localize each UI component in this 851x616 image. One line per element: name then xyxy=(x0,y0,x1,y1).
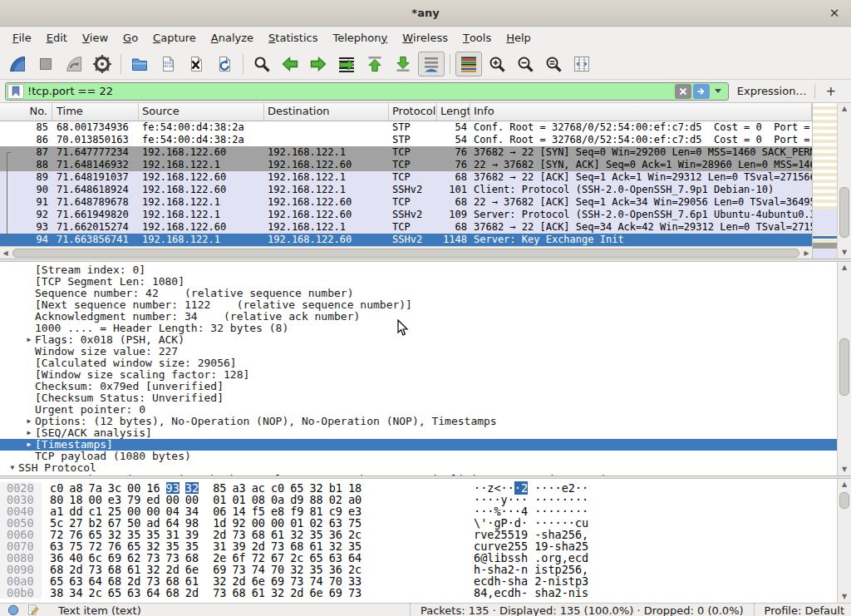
detail-line[interactable]: ▼SSH Protocol xyxy=(0,462,837,474)
hex-row-0030[interactable]: 0030801800e379ed00000101080ad98802a0····… xyxy=(0,494,837,505)
vscroll-trough[interactable] xyxy=(838,490,851,591)
detail-line[interactable]: Checksum: 0x79ed [unverified] xyxy=(0,381,837,392)
packet-row-90[interactable]: 9071.648618924192.168.122.60192.168.122.… xyxy=(0,184,812,196)
go-first-button[interactable] xyxy=(362,52,388,76)
scroll-left-arrow-icon[interactable]: ◀ xyxy=(0,249,11,257)
menu-telephony[interactable]: Telephony xyxy=(326,27,396,48)
details-vscrollbar[interactable]: ▲ ▼ xyxy=(837,262,851,476)
menu-wireless[interactable]: Wireless xyxy=(395,27,455,48)
start-capture-button[interactable] xyxy=(4,52,31,76)
bytes-vscrollbar[interactable]: ▲ ▼ xyxy=(837,479,851,603)
filter-bookmark-button[interactable] xyxy=(7,84,24,99)
packet-row-86[interactable]: 8670.013850163fe:54:00:d4:38:2aSTP54Conf… xyxy=(0,134,812,146)
menu-tools[interactable]: Tools xyxy=(455,27,499,48)
clear-filter-button[interactable] xyxy=(675,84,691,99)
hscroll-thumb[interactable] xyxy=(12,249,799,258)
detail-line[interactable]: Window size value: 227 xyxy=(0,346,837,357)
zoom-out-button[interactable] xyxy=(512,52,539,76)
hex-row-00a0[interactable]: 00a0656364682d736861322d6e6973747033ecdh… xyxy=(0,575,837,587)
packet-row-87[interactable]: 8771.647777234192.168.122.60192.168.122.… xyxy=(0,146,812,159)
packet-row-85[interactable]: 8568.001734936fe:54:00:d4:38:2aSTP54Conf… xyxy=(0,121,812,134)
hex-row-0070[interactable]: 0070637572766532353531392d7368613235curv… xyxy=(0,540,837,552)
close-file-button[interactable] xyxy=(183,52,209,76)
detail-line[interactable]: ▶Flags: 0x018 (PSH, ACK) xyxy=(0,334,837,346)
go-last-button[interactable] xyxy=(390,52,416,76)
hex-row-0080[interactable]: 008036406c69627373682e6f72672c6563646@li… xyxy=(0,552,837,564)
auto-scroll-button[interactable] xyxy=(418,52,445,76)
scroll-down-arrow-icon[interactable]: ▼ xyxy=(838,247,851,259)
hex-row-0020[interactable]: 0020c0a87a3c0016933285a3acc06532b118··z<… xyxy=(0,482,837,494)
menu-analyze[interactable]: Analyze xyxy=(204,27,261,48)
detail-line[interactable]: ▶[SEQ/ACK analysis] xyxy=(0,427,837,439)
detail-line[interactable]: TCP payload (1080 bytes) xyxy=(0,451,837,462)
detail-line[interactable]: Acknowledgment number: 34 (relative ack … xyxy=(0,311,837,323)
vscroll-trough[interactable] xyxy=(838,115,851,247)
close-window-button[interactable]: ✕ xyxy=(826,5,843,22)
scroll-up-arrow-icon[interactable]: ▲ xyxy=(838,479,851,490)
capture-comment-icon[interactable] xyxy=(27,604,40,616)
reload-file-button[interactable] xyxy=(211,52,238,76)
menu-go[interactable]: Go xyxy=(116,27,145,48)
detail-line[interactable]: [Calculated window size: 29056] xyxy=(0,357,837,369)
detail-line[interactable]: Urgent pointer: 0 xyxy=(0,404,837,416)
detail-line[interactable]: ▶SSH Version 2 (encryption:chacha20-poly… xyxy=(0,474,837,476)
find-packet-button[interactable] xyxy=(248,52,275,76)
scroll-down-arrow-icon[interactable]: ▼ xyxy=(838,591,851,603)
vscroll-thumb[interactable] xyxy=(839,187,849,237)
detail-line[interactable]: ▶[Timestamps] xyxy=(0,439,837,451)
expander-closed-icon[interactable]: ▶ xyxy=(23,474,35,476)
packet-row-89[interactable]: 8971.648191037192.168.122.60192.168.122.… xyxy=(0,171,812,184)
packet-row-92[interactable]: 9271.661949820192.168.122.1192.168.122.6… xyxy=(0,209,812,221)
vscroll-thumb[interactable] xyxy=(839,338,849,396)
go-to-packet-button[interactable] xyxy=(333,52,360,76)
hex-row-0090[interactable]: 0090682d736861322d6e697374703235362ch-sh… xyxy=(0,564,837,575)
column-header-length[interactable]: Length xyxy=(437,103,470,121)
menu-statistics[interactable]: Statistics xyxy=(261,27,325,48)
go-forward-button[interactable] xyxy=(305,52,332,76)
apply-filter-button[interactable] xyxy=(693,84,710,99)
scroll-up-arrow-icon[interactable]: ▲ xyxy=(838,262,851,274)
column-header-info[interactable]: Info xyxy=(470,103,812,121)
scroll-up-arrow-icon[interactable]: ▲ xyxy=(838,103,851,115)
expander-closed-icon[interactable]: ▶ xyxy=(23,416,35,427)
menu-capture[interactable]: Capture xyxy=(145,27,204,48)
vscroll-thumb[interactable] xyxy=(839,492,849,508)
packet-list-hscrollbar[interactable]: ◀ ▶ xyxy=(0,246,812,259)
menu-edit[interactable]: Edit xyxy=(39,27,75,48)
zoom-in-button[interactable] xyxy=(484,52,510,76)
hex-row-0050[interactable]: 00505c27b26750ad64981d92000001026375\'·g… xyxy=(0,517,837,529)
scroll-down-arrow-icon[interactable]: ▼ xyxy=(838,464,851,476)
stop-capture-button[interactable] xyxy=(32,52,59,76)
detail-line[interactable]: 1000 .... = Header Length: 32 bytes (8) xyxy=(0,323,837,334)
expression-button[interactable]: Expression… xyxy=(729,85,815,97)
packet-list-vscrollbar[interactable]: ▲ ▼ xyxy=(837,103,851,259)
expert-info-icon[interactable] xyxy=(7,604,20,616)
column-header-destination[interactable]: Destination xyxy=(264,103,389,121)
open-file-button[interactable] xyxy=(126,52,153,76)
resize-columns-button[interactable] xyxy=(568,52,595,76)
go-back-button[interactable] xyxy=(277,52,303,76)
detail-line[interactable]: [Checksum Status: Unverified] xyxy=(0,392,837,404)
intelligent-scrollbar[interactable] xyxy=(812,103,837,259)
filter-dropdown-caret[interactable] xyxy=(715,89,721,93)
hex-row-0040[interactable]: 0040a1ddc125000004340614f5e8f981c9e3···%… xyxy=(0,505,837,517)
column-header-no[interactable]: No. xyxy=(0,103,52,121)
packet-row-94[interactable]: 9471.663856741192.168.122.1192.168.122.6… xyxy=(0,234,812,246)
hex-row-0060[interactable]: 006072766532353531392d7368613235362crve2… xyxy=(0,529,837,540)
scroll-right-arrow-icon[interactable]: ▶ xyxy=(801,249,812,257)
title-bar[interactable]: *any ✕ xyxy=(0,0,851,27)
detail-line[interactable]: [TCP Segment Len: 1080] xyxy=(0,276,837,288)
menu-help[interactable]: Help xyxy=(499,27,539,48)
detail-line[interactable]: [Stream index: 0] xyxy=(0,264,837,276)
add-filter-button[interactable]: + xyxy=(815,84,846,99)
save-file-button[interactable]: 01010110 xyxy=(155,52,181,76)
detail-line[interactable]: ▶Options: (12 bytes), No-Operation (NOP)… xyxy=(0,416,837,427)
packet-row-93[interactable]: 9371.662015274192.168.122.60192.168.122.… xyxy=(0,221,812,234)
expander-closed-icon[interactable]: ▶ xyxy=(23,427,35,439)
packet-row-91[interactable]: 9171.648789678192.168.122.1192.168.122.6… xyxy=(0,196,812,209)
menu-file[interactable]: File xyxy=(5,27,39,48)
column-header-protocol[interactable]: Protocol xyxy=(389,103,437,121)
column-header-time[interactable]: Time xyxy=(52,103,139,121)
detail-line[interactable]: [Next sequence number: 1122 (relative se… xyxy=(0,299,837,311)
vscroll-trough[interactable] xyxy=(838,274,851,464)
